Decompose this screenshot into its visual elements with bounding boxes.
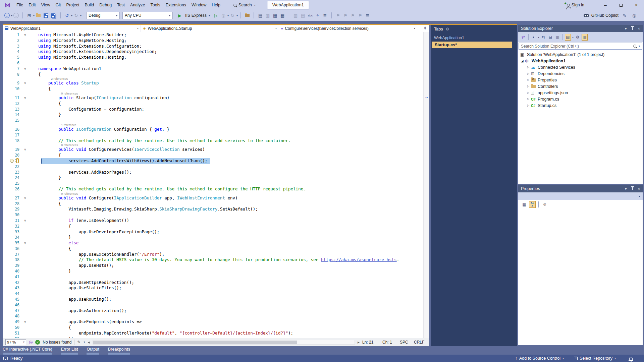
- line-number[interactable]: 4: [3, 49, 22, 55]
- code-line-41[interactable]: 41: [3, 274, 423, 280]
- code-line-6[interactable]: 6: [3, 60, 423, 66]
- chevron-down-icon[interactable]: ▾: [71, 14, 72, 17]
- bottom-tab-breakpoints[interactable]: Breakpoints: [108, 347, 130, 355]
- menu-item-file[interactable]: File: [14, 0, 26, 10]
- close-button[interactable]: ×: [629, 0, 644, 10]
- open-file-button[interactable]: [35, 12, 42, 19]
- code-line-17[interactable]: 17: [3, 132, 423, 138]
- line-number[interactable]: 29: [3, 206, 22, 212]
- menu-item-view[interactable]: View: [39, 0, 53, 10]
- pending-changes-filter-icon[interactable]: ◐: [531, 34, 537, 41]
- code-line-46[interactable]: 46: [3, 302, 423, 308]
- chevron-collapsed-icon[interactable]: ▷: [526, 91, 531, 94]
- code-line-37[interactable]: 37 app.UseExceptionHandler("/Error");: [3, 252, 423, 257]
- spell-check-button[interactable]: abc: [307, 12, 314, 19]
- code-line-29[interactable]: 29 Vintasoft.Imaging.Drawing.SkiaSharp.S…: [3, 206, 423, 212]
- fold-marker-icon[interactable]: ∨: [22, 66, 38, 72]
- code-line-20[interactable]: 20 {: [3, 153, 423, 158]
- code-line-32[interactable]: 32 {: [3, 224, 423, 229]
- menu-item-build[interactable]: Build: [82, 0, 97, 10]
- navigate-grid-button[interactable]: ▥: [292, 12, 299, 19]
- line-number[interactable]: 41: [3, 274, 22, 280]
- chevron-collapsed-icon[interactable]: ▷: [526, 104, 531, 107]
- minimize-button[interactable]: –: [598, 0, 613, 10]
- menu-item-debug[interactable]: Debug: [97, 0, 114, 10]
- restore-button[interactable]: [613, 0, 629, 10]
- spaces-indicator[interactable]: SPC: [400, 340, 411, 345]
- column-indicator[interactable]: Ch: 1: [382, 340, 397, 345]
- tree-item-appsettings-json[interactable]: ▷{}appsettings.json: [518, 89, 643, 96]
- scrollbar-thumb[interactable]: [93, 341, 298, 344]
- project-dropdown[interactable]: WebApplication1 ▾: [3, 25, 141, 32]
- code-line-43[interactable]: 43 app.UseStaticFiles();: [3, 285, 423, 291]
- sync-with-active-document-icon[interactable]: ⇆: [540, 34, 546, 41]
- clear-bookmarks-button[interactable]: ⚑: [357, 12, 364, 19]
- line-number[interactable]: 40: [3, 268, 22, 274]
- undo-button[interactable]: ↺: [64, 12, 70, 19]
- line-number[interactable]: 37: [3, 252, 22, 257]
- line-number[interactable]: 48: [3, 313, 22, 319]
- line-number[interactable]: 11: [3, 95, 22, 101]
- line-number[interactable]: 38: [3, 257, 22, 263]
- github-copilot-button[interactable]: GitHub Copilot ✎ ◎: [584, 12, 638, 19]
- line-number[interactable]: 31: [3, 218, 22, 224]
- line-number[interactable]: 33: [3, 229, 22, 235]
- menu-item-extensions[interactable]: Extensions: [163, 0, 189, 10]
- search-input[interactable]: [521, 44, 631, 49]
- line-number[interactable]: 15: [3, 118, 22, 123]
- wrench-icon[interactable]: ⚙: [575, 34, 581, 41]
- feedback-icon[interactable]: [3, 357, 8, 360]
- tree-item-connected-services[interactable]: ▷☁Connected Services: [518, 64, 643, 70]
- start-debugging-button[interactable]: ▶ IIS Express ▾: [176, 12, 210, 19]
- line-number[interactable]: 8: [3, 72, 22, 77]
- line-number[interactable]: 25: [3, 181, 22, 186]
- code-line-19[interactable]: 19∨ public void ConfigureServices(IServi…: [3, 147, 423, 153]
- chevron-down-icon[interactable]: ▾: [625, 187, 627, 191]
- code-line-1[interactable]: 1∨using Microsoft.AspNetCore.Builder;: [3, 32, 423, 38]
- code-line-51[interactable]: 51 endpoints.MapControllerRoute("default…: [3, 330, 423, 336]
- step-grid-button[interactable]: ▦: [272, 12, 278, 19]
- menu-item-project[interactable]: Project: [64, 0, 82, 10]
- attach-to-process-button[interactable]: ◎: [220, 12, 227, 19]
- fold-marker-icon[interactable]: ∨: [22, 218, 38, 224]
- code-line-8[interactable]: 8{: [3, 72, 423, 77]
- next-bookmark-button[interactable]: ⚑: [350, 12, 356, 19]
- chevron-down-icon[interactable]: ▾: [236, 14, 238, 17]
- line-number[interactable]: 16: [3, 127, 22, 132]
- tab-startup-cs[interactable]: Startup.cs*: [432, 42, 512, 48]
- tree-item-solution-webapplication1-1-of-1-project[interactable]: ▣Solution 'WebApplication1' (1 of 1 proj…: [518, 51, 643, 58]
- zoom-dropdown[interactable]: 97 % ▾: [5, 339, 26, 345]
- navigate-back-button[interactable]: ←: [4, 12, 10, 19]
- code-line-23[interactable]: 23 services.AddRazorPages();: [3, 170, 423, 175]
- code-line-10[interactable]: 10 {: [3, 86, 423, 92]
- sort-alphabetical-icon[interactable]: A↓Z: [529, 201, 536, 208]
- fold-marker-icon[interactable]: ∨: [22, 95, 38, 101]
- package-manager-button[interactable]: [244, 12, 251, 19]
- notifications-bell-icon[interactable]: [629, 357, 633, 360]
- code-line-40[interactable]: 40 }: [3, 268, 423, 274]
- tree-item-program-cs[interactable]: ▷C#Program.cs: [518, 96, 643, 102]
- line-number[interactable]: 23: [3, 170, 22, 175]
- code-line-14[interactable]: 14 }: [3, 112, 423, 118]
- chevron-down-icon[interactable]: ▾: [538, 36, 539, 39]
- line-number[interactable]: 7: [3, 66, 22, 72]
- scroll-left-icon[interactable]: ◂: [88, 340, 90, 345]
- code-line-47[interactable]: 47 app.UseAuthorization();: [3, 308, 423, 314]
- line-number[interactable]: 12: [3, 101, 22, 107]
- pin-icon[interactable]: [632, 27, 633, 30]
- type-dropdown[interactable]: ◈ WebApplication1.Startup ▾: [141, 25, 279, 32]
- code-line-18[interactable]: 18 // This method gets called by the run…: [3, 138, 423, 144]
- menu-item-tools[interactable]: Tools: [148, 0, 163, 10]
- line-number[interactable]: 17: [3, 132, 22, 138]
- code-line-3[interactable]: 3using Microsoft.Extensions.Configuratio…: [3, 44, 423, 49]
- code-line-34[interactable]: 34 }: [3, 235, 423, 240]
- chevron-collapsed-icon[interactable]: ▷: [526, 78, 531, 81]
- gear-icon[interactable]: ⚙: [445, 27, 449, 32]
- codelens-references[interactable]: 0 references: [3, 192, 423, 195]
- code-line-50[interactable]: 50 {: [3, 325, 423, 330]
- chevron-down-icon[interactable]: ▾: [639, 45, 640, 48]
- start-without-debugging-button[interactable]: ▷: [213, 12, 219, 19]
- fold-marker-icon[interactable]: ∨: [22, 32, 38, 38]
- code-line-31[interactable]: 31∨ if (env.IsDevelopment()): [3, 218, 423, 224]
- line-number[interactable]: 44: [3, 291, 22, 297]
